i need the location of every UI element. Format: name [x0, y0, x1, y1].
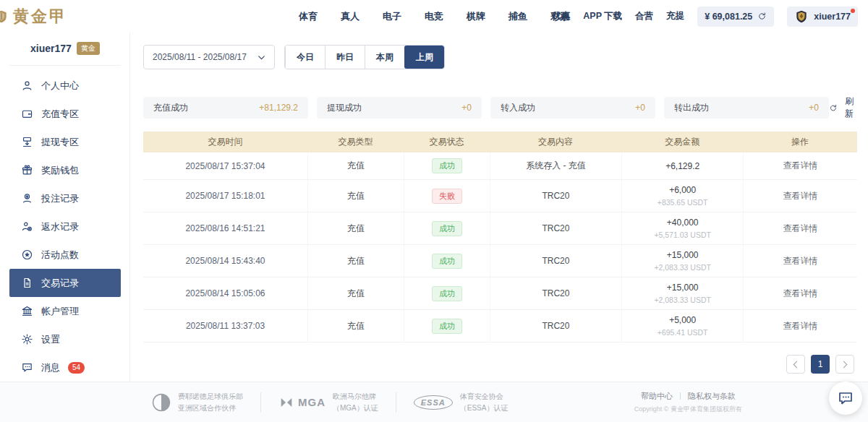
- footer-right: 帮助中心 隐私权与条款 Copyright © 黄金甲体育集团版权所有: [634, 391, 742, 414]
- filter-row: 2025/08/11 - 2025/08/17 今日 昨日 本周: [143, 45, 857, 69]
- refresh-balance-icon[interactable]: [757, 12, 767, 21]
- privacy-terms-link[interactable]: 隐私权与条款: [688, 391, 736, 402]
- col-time: 交易时间: [143, 136, 307, 148]
- balance-pill[interactable]: ¥ 69,081.25: [697, 7, 774, 27]
- sidebar-item-label: 帐户管理: [41, 305, 79, 318]
- table-row: 2025/08/14 15:43:40 充值 成功 TRC20 +15,000 …: [143, 245, 857, 277]
- col-status: 交易状态: [404, 136, 489, 148]
- sidebar-item[interactable]: 返水记录: [9, 212, 121, 241]
- sidebar: xiuer177 黄金 个人中心 充值专区 提现专区: [0, 33, 130, 382]
- nav-item[interactable]: 电竞: [425, 10, 443, 23]
- status-badge: 成功: [432, 254, 462, 269]
- chevron-right-icon: [841, 361, 848, 368]
- summary-label: 充值成功: [153, 102, 188, 114]
- sidebar-item[interactable]: 个人中心: [9, 72, 121, 100]
- sidebar-item[interactable]: 设置: [9, 325, 121, 353]
- cell-type: 充值: [307, 152, 404, 179]
- current-page[interactable]: 1: [811, 355, 830, 374]
- nav-item[interactable]: 彩票: [550, 10, 569, 23]
- footer: 费耶诺德足球俱乐部 亚洲区域合作伙伴 MGA 欧洲马尔他牌 （MGA）认证 ES…: [0, 382, 868, 422]
- amount-usdt: +835.65 USDT: [622, 198, 743, 207]
- cell-type: 充值: [307, 310, 404, 342]
- nav-item[interactable]: 捕鱼: [509, 10, 527, 23]
- amount-main: +15,000: [622, 283, 743, 293]
- amount-main: +6,000: [622, 185, 743, 195]
- site-logo[interactable]: 黄金甲: [0, 6, 67, 27]
- main-content: 2025/08/11 - 2025/08/17 今日 昨日 本周: [130, 33, 868, 382]
- transactions-table: 交易时间 交易类型 交易状态 交易内容 交易金额 操作 2025/08/17 1…: [143, 132, 857, 343]
- table-row: 2025/08/17 15:18:01 充值 失败 TRC20 +6,000 +…: [143, 180, 857, 212]
- summary-pills: 充值成功 +81,129.2 提现成功 +0 转入成功 +0 转出成功: [143, 97, 829, 119]
- cert-line: （ESSA）认证: [460, 402, 509, 414]
- divider: [260, 392, 261, 413]
- summary-value: +0: [635, 103, 645, 113]
- sidebar-item[interactable]: 奖励钱包: [9, 156, 121, 184]
- cert-mga: MGA 欧洲马尔他牌 （MGA）认证: [278, 391, 378, 414]
- nav-item[interactable]: 棋牌: [467, 10, 485, 23]
- header-link[interactable]: 合营: [635, 10, 653, 22]
- period-tab[interactable]: 上周: [404, 46, 444, 69]
- cell-content: TRC20: [490, 180, 622, 212]
- col-type: 交易类型: [307, 136, 404, 148]
- view-details-link[interactable]: 查看详情: [744, 223, 857, 235]
- summary-label: 转出成功: [674, 102, 709, 114]
- cell-content: 系统存入 - 充值: [490, 152, 622, 179]
- cell-time: 2025/08/17 15:37:04: [143, 152, 307, 179]
- status-badge: 成功: [432, 221, 462, 236]
- view-details-link[interactable]: 查看详情: [744, 320, 857, 332]
- divider: [680, 392, 681, 400]
- summary-label: 提现成功: [327, 102, 362, 114]
- sidebar-item[interactable]: 消息 54: [9, 353, 121, 382]
- cell-status: 成功: [404, 152, 489, 179]
- header-link[interactable]: APP 下载: [583, 10, 622, 22]
- sidebar-item[interactable]: 活动点数: [9, 241, 121, 269]
- nav-item[interactable]: 体育: [299, 10, 318, 23]
- sidebar-item[interactable]: 充值专区: [9, 100, 121, 128]
- status-badge: 成功: [432, 158, 462, 173]
- cell-action: 查看详情: [743, 245, 857, 277]
- help-center-link[interactable]: 帮助中心: [641, 391, 673, 402]
- view-details-link[interactable]: 查看详情: [744, 288, 857, 300]
- sidebar-item[interactable]: 帐户管理: [9, 297, 121, 325]
- amount-main: +15,000: [622, 250, 743, 260]
- notification-dot: [851, 9, 855, 13]
- view-details-link[interactable]: 查看详情: [744, 255, 857, 267]
- cell-amount: +40,000 +5,571.03 USDT: [621, 212, 743, 244]
- logo-shield-icon: [0, 9, 9, 24]
- cell-status: 失败: [404, 180, 489, 212]
- sidebar-item[interactable]: 交易记录: [9, 269, 121, 297]
- cell-type: 充值: [307, 180, 404, 212]
- nav-item[interactable]: 电子: [383, 10, 401, 23]
- date-range-select[interactable]: 2025/08/11 - 2025/08/17: [143, 45, 275, 69]
- amount-usdt: +5,571.03 USDT: [622, 231, 743, 239]
- amount-usdt: +2,083.33 USDT: [622, 296, 743, 304]
- view-details-link[interactable]: 查看详情: [744, 190, 857, 202]
- sidebar-item-icon: [21, 108, 33, 120]
- essa-logo-icon: ESSA: [414, 395, 453, 410]
- view-details-link[interactable]: 查看详情: [744, 160, 857, 172]
- refresh-button[interactable]: 刷新: [829, 95, 857, 120]
- table-row: 2025/08/11 13:37:03 充值 成功 TRC20 +5,000 +…: [143, 310, 857, 343]
- user-menu[interactable]: xiuer177: [787, 7, 858, 27]
- nav-item[interactable]: 真人: [341, 10, 359, 23]
- sidebar-item-icon: [21, 79, 33, 92]
- sidebar-item[interactable]: 投注记录: [9, 184, 121, 212]
- next-page-button[interactable]: [835, 355, 854, 374]
- prev-page-button[interactable]: [786, 355, 805, 374]
- main-nav: 体育真人电子电竞棋牌捕鱼彩票: [299, 10, 569, 23]
- cert-line: （MGA）认证: [333, 402, 378, 414]
- sidebar-item-label: 投注记录: [41, 192, 79, 205]
- header-link[interactable]: 充提: [666, 10, 684, 22]
- divider: [396, 392, 396, 413]
- customer-service-button[interactable]: [829, 382, 862, 415]
- cell-action: 查看详情: [743, 310, 857, 342]
- table-body: 2025/08/17 15:37:04 充值 成功 系统存入 - 充值 +6,1…: [143, 152, 857, 343]
- copyright: Copyright © 黄金甲体育集团版权所有: [634, 405, 742, 414]
- col-amount: 交易金额: [621, 136, 743, 148]
- period-tab[interactable]: 昨日: [325, 46, 365, 69]
- period-tab[interactable]: 今日: [285, 46, 325, 69]
- period-tab[interactable]: 本周: [365, 46, 404, 69]
- logo-text: 黄金甲: [13, 6, 67, 27]
- sidebar-item[interactable]: 提现专区: [9, 128, 121, 156]
- sidebar-item-icon: [21, 192, 33, 204]
